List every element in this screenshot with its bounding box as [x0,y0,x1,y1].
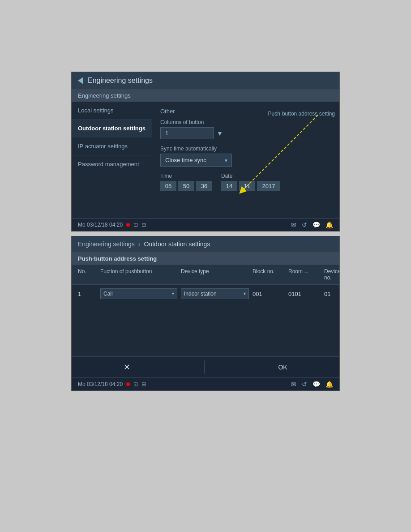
col-room: Room ... [287,267,322,282]
sync-dropdown-wrapper: Close time sync [160,154,232,167]
time-section: Time [160,173,212,191]
table-header: No. Fuction of pushbutton Device type Bl… [72,265,339,285]
breadcrumb-link[interactable]: Engineering settings [78,240,135,248]
bottom-mail-icon[interactable]: ✉ [291,381,296,388]
refresh-icon[interactable]: ↺ [302,221,307,228]
mail-icon[interactable]: ✉ [291,221,296,228]
bottom-network-icon: ⊟ [141,381,146,387]
bottom-status-bar: Mo 03/12/18 04:20 ⊡ ⊟ ✉ ↺ 💬 🔔 [72,378,339,390]
date-fields [221,181,280,191]
sidebar-item-ip[interactable]: IP actuator settings [72,137,152,155]
time-label: Time [160,173,212,179]
sidebar-item-outdoor[interactable]: Outdoor station settings [72,120,152,137]
table-body: 1 Call Indoor station 001 [72,285,339,356]
row-block-no[interactable]: 001 [251,290,287,298]
function-dropdown-wrapper: Call [100,288,177,299]
time-hour[interactable] [160,181,176,191]
date-day[interactable] [221,181,237,191]
bell-icon[interactable]: 🔔 [325,221,333,228]
row-function: Call [98,287,179,300]
columns-input[interactable] [160,127,214,139]
status-datetime: Mo 03/12/18 04:20 ⊡ ⊟ [78,222,146,228]
row-device-no[interactable]: 01 [322,290,340,298]
time-minute[interactable] [178,181,194,191]
row-no: 1 [76,290,98,298]
back-icon[interactable] [78,77,83,84]
sidebar: Local settings Outdoor station settings … [72,102,152,218]
col-device-type: Device type [179,267,251,282]
bottom-refresh-icon[interactable]: ↺ [302,381,307,388]
sync-dropdown[interactable]: Close time sync [160,154,232,167]
bottom-status-icons: ✉ ↺ 💬 🔔 [291,381,333,388]
ok-button[interactable]: OK [260,361,305,373]
top-main-content: Other Columns of button ▼ Push-button ad… [152,102,339,218]
cancel-button[interactable]: ✕ [106,360,148,374]
bottom-panel-header: Engineering settings › Outdoor station s… [72,236,339,253]
top-breadcrumb: Engineering settings [72,90,339,102]
bottom-bell-icon[interactable]: 🔔 [325,381,333,388]
columns-row: ▼ Push-button address setting [160,127,331,139]
top-panel: Engineering settings Engineering setting… [71,72,340,232]
time-date-row: Time Date [160,173,331,191]
main-container: Engineering settings Engineering setting… [71,72,340,391]
bottom-status-datetime: Mo 03/12/18 04:20 ⊡ ⊟ [78,381,146,387]
status-icons: ✉ ↺ 💬 🔔 [291,221,333,228]
top-body: Local settings Outdoor station settings … [72,102,339,218]
record-dot [126,223,130,227]
bottom-panel: Engineering settings › Outdoor station s… [71,236,340,391]
bottom-monitor-icon: ⊡ [133,381,138,387]
top-panel-header: Engineering settings [72,72,339,90]
sync-dropdown-row: Close time sync [160,154,331,167]
sync-label: Sync time automatically [160,146,331,152]
chat-icon[interactable]: 💬 [313,221,320,228]
date-section: Date [221,173,280,191]
row-device-type: Indoor station [179,287,251,300]
columns-label: Columns of button [160,119,331,125]
bottom-record-dot [126,382,130,386]
sidebar-item-local[interactable]: Local settings [72,102,152,120]
columns-arrow-icon: ▼ [217,130,223,137]
row-room[interactable]: 0101 [287,290,322,298]
breadcrumb-separator: › [138,240,141,248]
bottom-chat-icon[interactable]: 💬 [313,381,320,388]
time-second[interactable] [196,181,212,191]
col-function: Fuction of pushbutton [98,267,179,282]
top-status-bar: Mo 03/12/18 04:20 ⊡ ⊟ ✉ ↺ 💬 🔔 [72,218,339,231]
device-type-dropdown[interactable]: Indoor station [181,288,249,299]
monitor-icon: ⊡ [133,222,138,228]
top-panel-title: Engineering settings [88,77,153,85]
col-block: Block no. [251,267,287,282]
function-dropdown[interactable]: Call [100,288,177,299]
time-fields [160,181,212,191]
date-month[interactable] [239,181,255,191]
footer-divider [204,360,205,374]
breadcrumb-current: Outdoor station settings [144,240,210,248]
col-device-no: Device no. [322,267,340,282]
sync-row: Sync time automatically Close time sync [160,146,331,167]
network-icon: ⊟ [141,222,146,228]
sub-breadcrumb: Push-button address setting [72,253,339,265]
date-year[interactable] [257,181,280,191]
date-label: Date [221,173,280,179]
table-row: 1 Call Indoor station 001 [72,285,339,303]
sidebar-item-password[interactable]: Password management [72,155,152,173]
bottom-footer: ✕ OK [72,356,339,378]
col-no: No. [76,267,98,282]
device-type-dropdown-wrapper: Indoor station [181,288,249,299]
annotation-text: Push-button address setting [268,111,335,117]
